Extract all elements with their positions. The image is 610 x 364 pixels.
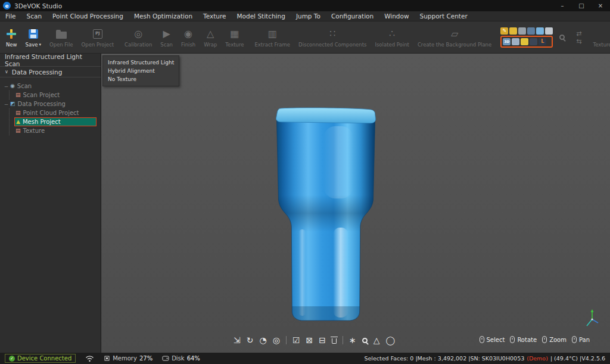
menu-mesh-optimization[interactable]: Mesh Optimization <box>129 11 198 21</box>
menu-configuration[interactable]: Configuration <box>326 11 379 21</box>
mode-3d-icon[interactable]: 3D <box>503 38 511 45</box>
fit-view-icon[interactable]: ⇲ <box>234 336 241 344</box>
tree-item-scan-project[interactable]: ▤ Scan Project <box>10 91 101 99</box>
tree-item-point-cloud-project[interactable]: ▤ Point Cloud Project <box>10 108 101 117</box>
magnify-tool-button[interactable] <box>555 23 569 52</box>
mouse-middle-icon <box>510 336 515 343</box>
texture-button[interactable]: ▦ Texture <box>221 23 248 52</box>
texture-parameter-label: Texture Parameter <box>593 42 610 48</box>
deselect-icon[interactable]: ⊠ <box>306 336 313 344</box>
maximize-button[interactable]: □ <box>572 0 591 11</box>
mesh-stats-text: Selected Faces: 0 |Mesh : 3,492,002 |SN:… <box>364 355 524 362</box>
transfer-up-icon[interactable]: ⇄ <box>576 30 581 38</box>
scan-mode-popup: Infrared Structured Light Hybrid Alignme… <box>102 55 179 86</box>
center-view-icon[interactable]: ◎ <box>273 336 280 344</box>
zoom-select-icon[interactable] <box>362 338 368 343</box>
scan-label: Scan <box>160 42 173 48</box>
display-mode-icon-6[interactable] <box>545 27 553 35</box>
invert-selection-icon[interactable]: ⊟ <box>319 336 326 344</box>
extract-frame-button[interactable]: ▥ Extract Frame <box>250 23 294 52</box>
scan-children: ▤ Scan Project <box>9 91 101 99</box>
expander-icon[interactable]: − <box>4 101 9 107</box>
menu-support-center[interactable]: Support Center <box>415 11 473 21</box>
project-sidebar: Infrared Structured Light Scan ∨ Data Pr… <box>0 54 101 353</box>
texture-icon: ▦ <box>230 27 239 41</box>
disk-indicator: Disk 64% <box>162 355 200 362</box>
minimize-button[interactable]: – <box>553 0 572 11</box>
tree-item-mesh-project[interactable]: ▲ Mesh Project <box>10 117 101 126</box>
folder-icon <box>56 32 67 39</box>
calibration-label: Calibration <box>125 42 152 48</box>
disconnected-components-button[interactable]: ∷ Disconnected Components <box>294 23 371 52</box>
delete-selection-icon[interactable] <box>332 338 337 344</box>
finish-button[interactable]: ◉ Finish <box>177 23 200 52</box>
highlighted-mode-group: 3D L <box>500 36 553 48</box>
measure-triangle-icon[interactable]: △ <box>374 336 380 344</box>
save-floppy-icon <box>29 29 38 39</box>
menu-texture[interactable]: Texture <box>198 11 231 21</box>
magic-wand-icon[interactable]: ∗ <box>349 336 356 344</box>
expander-icon[interactable]: − <box>4 83 9 89</box>
tree-item-scan[interactable]: − ◉ Scan <box>0 82 101 91</box>
edit-pencil-icon[interactable]: ✎ <box>500 27 508 35</box>
save-dropdown-icon[interactable]: ▾ <box>39 42 41 47</box>
display-mode-icon-3[interactable] <box>518 27 526 35</box>
select-all-icon[interactable]: ☑ <box>292 336 300 344</box>
sidebar-section-label: Data Processing <box>12 69 62 76</box>
mesh-model[interactable] <box>273 106 378 325</box>
circle-select-icon[interactable]: ◯ <box>385 336 395 344</box>
wrap-button[interactable]: △ Wrap <box>200 23 221 52</box>
open-project-button[interactable]: PJ Open Project <box>77 23 119 52</box>
title-bar: e 3DeVOK Studio – □ × <box>0 0 610 11</box>
mode-plane-icon[interactable] <box>521 38 528 45</box>
transfer-down-icon[interactable]: ⇆ <box>576 38 581 45</box>
scan-button[interactable]: ▶ Scan <box>156 23 177 52</box>
session-info: Selected Faces: 0 |Mesh : 3,492,002 |SN:… <box>364 355 605 362</box>
mouse-hints: Select Rotate Zoom Pan <box>480 336 590 343</box>
tree-item-texture[interactable]: ▤ Texture <box>10 126 101 135</box>
disk-icon <box>162 355 169 362</box>
texture-parameter-button[interactable]: ▦ Texture Parameter <box>589 23 610 52</box>
mode-dark-icon[interactable] <box>530 38 537 45</box>
check-icon: ✓ <box>9 356 15 362</box>
version-text: | (49.4°C) |V4.2.5.6 <box>550 355 605 362</box>
memory-label: Memory <box>113 355 137 362</box>
menu-file[interactable]: File <box>0 11 21 21</box>
sidebar-section-data-processing[interactable]: ∨ Data Processing <box>0 67 101 77</box>
axis-gizmo[interactable] <box>583 309 602 329</box>
display-mode-icon-5[interactable] <box>536 27 544 35</box>
save-label: Save <box>26 42 38 48</box>
close-button[interactable]: × <box>591 0 610 11</box>
mesh-triangle-icon: ▲ <box>16 119 20 125</box>
menu-window[interactable]: Window <box>379 11 414 21</box>
texture-label: Texture <box>225 42 244 48</box>
mode-l-icon[interactable]: L <box>539 38 546 45</box>
isolated-point-button[interactable]: ∴ Isolated Point <box>371 23 413 52</box>
viewport-canvas[interactable]: Infrared Structured Light Hybrid Alignme… <box>101 54 610 353</box>
menu-point-cloud-processing[interactable]: Point Cloud Processing <box>47 11 129 21</box>
display-mode-icon-2[interactable] <box>509 27 517 35</box>
menu-model-stitching[interactable]: Model Stitching <box>232 11 291 21</box>
reset-rotation-icon[interactable]: ↻ <box>247 336 254 344</box>
mode-layers-icon[interactable] <box>512 38 519 45</box>
isolated-point-label: Isolated Point <box>375 42 409 48</box>
mouse-right-icon <box>572 336 577 343</box>
window-controls: – □ × <box>553 0 610 11</box>
menu-jump-to[interactable]: Jump To <box>291 11 326 21</box>
menu-scan[interactable]: Scan <box>21 11 48 21</box>
orbit-view-icon[interactable]: ◔ <box>259 336 266 344</box>
save-button[interactable]: Save▾ <box>21 23 45 52</box>
new-button[interactable]: New <box>2 23 21 52</box>
create-background-plane-button[interactable]: ▱ Create the Background Plane <box>413 23 496 52</box>
open-file-button[interactable]: Open File <box>45 23 77 52</box>
tree-item-label: Mesh Project <box>23 119 61 125</box>
tree-item-label: Point Cloud Project <box>23 110 79 116</box>
display-mode-icon-4[interactable] <box>527 27 535 35</box>
tree-item-data-processing[interactable]: − ◩ Data Processing <box>0 99 101 108</box>
mouse-left-icon <box>480 336 484 343</box>
calibration-button[interactable]: ◎ Calibration <box>120 23 156 52</box>
scan-icon: ▶ <box>163 27 170 41</box>
viewport-toolbar: ⇲ ↻ ◔ ◎ ☑ ⊠ ⊟ ∗ △ ◯ <box>234 336 395 344</box>
data-processing-children: ▤ Point Cloud Project ▲ Mesh Project ▤ <box>9 108 101 135</box>
app-window: e 3DeVOK Studio – □ × File Scan Point Cl… <box>0 0 610 364</box>
